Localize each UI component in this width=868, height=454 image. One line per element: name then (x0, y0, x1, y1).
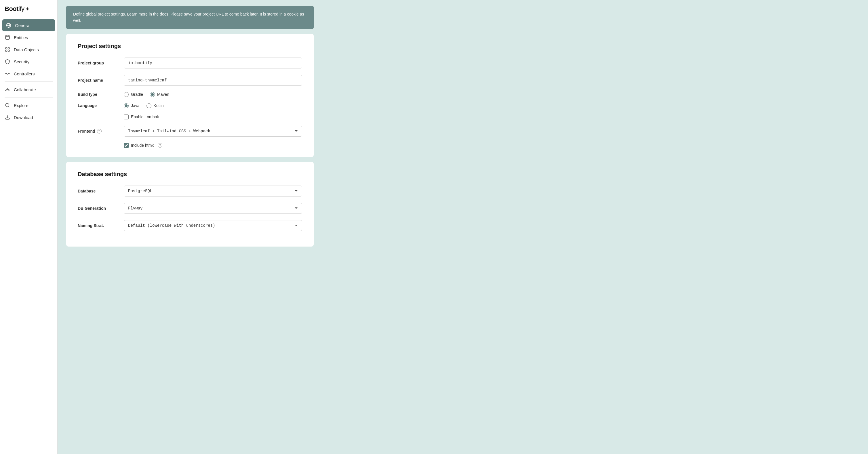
sidebar-item-explore[interactable]: Explore (0, 99, 57, 111)
build-maven-option[interactable]: Maven (150, 92, 169, 97)
sidebar-item-controllers[interactable]: Controllers (0, 68, 57, 80)
project-group-row: Project group (78, 58, 302, 68)
database-label: Database (78, 189, 124, 193)
svg-point-7 (7, 73, 8, 74)
sidebar-item-entities-label: Entities (14, 35, 28, 40)
svg-point-9 (9, 73, 9, 74)
sidebar-item-general[interactable]: General (2, 19, 55, 31)
frontend-label: Frontend ? (78, 129, 124, 133)
lang-kotlin-label: Kotlin (154, 103, 164, 108)
sidebar-item-download[interactable]: Download (0, 111, 57, 123)
sidebar-item-collaborate[interactable]: Collaborate (0, 84, 57, 96)
sidebar-item-collaborate-label: Collaborate (14, 87, 36, 92)
lang-kotlin-radio[interactable] (147, 103, 151, 108)
language-radio-group: Java Kotlin (124, 103, 302, 108)
svg-rect-6 (8, 50, 9, 52)
lombok-option[interactable]: Enable Lombok (124, 115, 159, 120)
nav-separator-1 (5, 82, 53, 82)
db-generation-control: Flyway Liquibase None (124, 203, 302, 214)
db-generation-select[interactable]: Flyway Liquibase None (124, 203, 302, 214)
controllers-icon (5, 71, 10, 76)
frontend-help-icon[interactable]: ? (97, 129, 102, 133)
lang-java-radio[interactable] (124, 103, 129, 108)
htmx-checkbox[interactable] (124, 143, 129, 148)
logo-text-light: ify (19, 5, 25, 13)
shield-icon (5, 59, 10, 64)
build-gradle-option[interactable]: Gradle (124, 92, 143, 97)
lang-java-option[interactable]: Java (124, 103, 140, 108)
project-name-control (124, 75, 302, 86)
build-type-radio-group: Gradle Maven (124, 92, 302, 97)
build-maven-label: Maven (157, 92, 169, 97)
lombok-row: Enable Lombok (124, 115, 302, 120)
frontend-control: Thymeleaf + Tailwind CSS + Webpack Thyme… (124, 126, 302, 137)
sidebar-item-explore-label: Explore (14, 103, 29, 108)
sidebar-item-security[interactable]: Security (0, 56, 57, 68)
database-row: Database PostgreSQL MySQL H2 None (78, 186, 302, 196)
svg-point-8 (5, 73, 6, 74)
db-generation-row: DB Generation Flyway Liquibase None (78, 203, 302, 214)
build-type-row: Build type Gradle Maven (78, 92, 302, 97)
banner-text-before: Define global project settings. Learn mo… (73, 12, 149, 17)
logo-arrow-icon: ✈ (26, 6, 29, 12)
nav-separator-2 (5, 97, 53, 98)
build-gradle-label: Gradle (131, 92, 143, 97)
build-type-label: Build type (78, 92, 124, 97)
build-type-control: Gradle Maven (124, 92, 302, 97)
language-label: Language (78, 103, 124, 108)
naming-strat-select[interactable]: Default (lowercase with underscores) Imp… (124, 220, 302, 231)
sidebar-item-data-objects-label: Data Objects (14, 47, 39, 52)
lombok-checkbox[interactable] (124, 115, 129, 120)
download-icon (5, 115, 10, 120)
sidebar-item-download-label: Download (14, 115, 33, 120)
htmx-help-icon[interactable]: ? (158, 143, 162, 148)
naming-strat-row: Naming Strat. Default (lowercase with un… (78, 220, 302, 231)
sidebar-nav: General Entities (0, 17, 57, 454)
collaborate-icon (5, 87, 10, 92)
language-row: Language Java Kotlin (78, 103, 302, 108)
sidebar-item-controllers-label: Controllers (14, 71, 35, 76)
build-gradle-radio[interactable] (124, 92, 129, 97)
docs-link[interactable]: in the docs (149, 12, 168, 17)
svg-rect-4 (8, 47, 9, 49)
lang-kotlin-option[interactable]: Kotlin (147, 103, 164, 108)
app-logo[interactable]: Bootify ✈ (5, 5, 53, 13)
lombok-label: Enable Lombok (131, 115, 159, 119)
htmx-label: Include htmx (131, 143, 154, 148)
project-group-label: Project group (78, 61, 124, 65)
project-group-input[interactable] (124, 58, 302, 68)
database-settings-title: Database settings (78, 171, 302, 177)
htmx-row: Include htmx ? (124, 143, 302, 148)
project-name-input[interactable] (124, 75, 302, 86)
svg-point-12 (6, 88, 8, 90)
database-icon (5, 35, 10, 40)
main-content: Define global project settings. Learn mo… (58, 0, 868, 454)
info-banner: Define global project settings. Learn mo… (66, 6, 314, 29)
database-settings-card: Database settings Database PostgreSQL My… (66, 162, 314, 247)
svg-rect-5 (5, 50, 7, 52)
db-generation-label: DB Generation (78, 206, 124, 210)
sidebar: Bootify ✈ General (0, 0, 58, 454)
project-settings-card: Project settings Project group Project n… (66, 34, 314, 157)
project-name-row: Project name (78, 75, 302, 86)
naming-strat-label: Naming Strat. (78, 223, 124, 228)
globe-icon (6, 23, 11, 28)
svg-line-15 (8, 106, 9, 107)
database-control: PostgreSQL MySQL H2 None (124, 186, 302, 196)
project-group-control (124, 58, 302, 68)
sidebar-item-general-label: General (15, 23, 30, 28)
frontend-row: Frontend ? Thymeleaf + Tailwind CSS + We… (78, 126, 302, 137)
sidebar-item-security-label: Security (14, 59, 29, 64)
sidebar-item-entities[interactable]: Entities (0, 31, 57, 43)
logo-area: Bootify ✈ (0, 0, 57, 17)
build-maven-radio[interactable] (150, 92, 155, 97)
htmx-option[interactable]: Include htmx ? (124, 143, 162, 148)
logo-text-bold: Boot (5, 5, 19, 13)
database-select[interactable]: PostgreSQL MySQL H2 None (124, 186, 302, 196)
project-name-label: Project name (78, 78, 124, 83)
project-settings-title: Project settings (78, 43, 302, 50)
frontend-select[interactable]: Thymeleaf + Tailwind CSS + Webpack Thyme… (124, 126, 302, 137)
svg-point-2 (5, 35, 9, 37)
naming-strat-control: Default (lowercase with underscores) Imp… (124, 220, 302, 231)
sidebar-item-data-objects[interactable]: Data Objects (0, 43, 57, 56)
